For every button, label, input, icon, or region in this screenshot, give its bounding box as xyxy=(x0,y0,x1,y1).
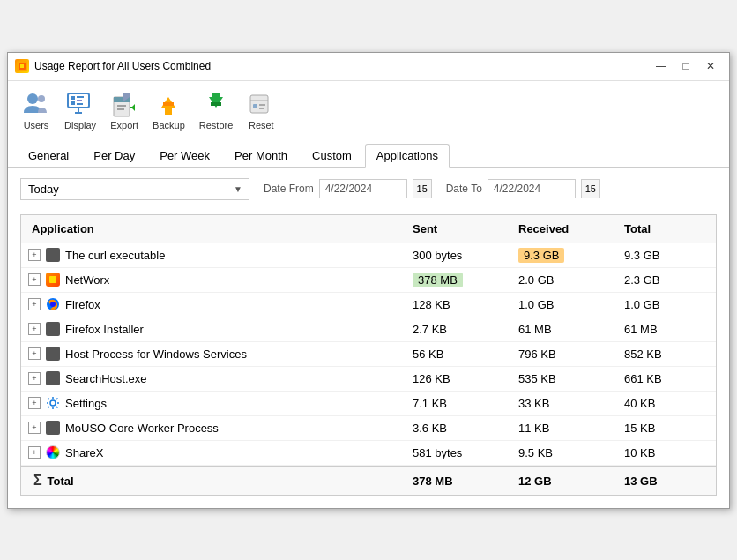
filterbar: Today ▼ Date From 15 Date To 15 xyxy=(8,168,729,211)
app-icon-4 xyxy=(46,347,60,361)
window-title: Usage Report for All Users Combined xyxy=(34,60,650,72)
table-row[interactable]: + Firefox Installer 2.7 KB 61 MB 61 MB xyxy=(21,317,716,342)
applications-table: Application Sent Received Total + The cu… xyxy=(20,214,717,496)
app-name: Settings xyxy=(65,397,107,410)
svg-rect-21 xyxy=(163,102,174,106)
tab-per-week[interactable]: Per Week xyxy=(148,144,221,168)
table-row[interactable]: + MoUSO Core Worker Process 3.6 KB 11 KB… xyxy=(21,416,716,441)
svg-rect-8 xyxy=(77,100,82,101)
date-from-input[interactable] xyxy=(319,179,407,198)
date-from-label: Date From xyxy=(264,183,314,195)
received-value: 9.5 KB xyxy=(515,444,621,461)
received-value: 1.0 GB xyxy=(515,296,621,313)
expand-button[interactable]: + xyxy=(28,323,41,335)
close-button[interactable]: ✕ xyxy=(699,57,722,75)
total-value: 61 MB xyxy=(621,321,709,338)
toolbar-reset[interactable]: Reset xyxy=(242,86,280,134)
toolbar-display[interactable]: Display xyxy=(59,86,101,134)
total-sent: 378 MB xyxy=(409,473,515,489)
toolbar-backup[interactable]: Backup xyxy=(147,86,190,134)
table-row[interactable]: + Host Process for Windows Services 56 K… xyxy=(21,342,716,367)
date-from-calendar-button[interactable]: 15 xyxy=(413,179,432,198)
table-row[interactable]: + Settings 7.1 KB 33 KB 40 KB xyxy=(21,392,716,416)
received-value: 11 KB xyxy=(515,420,621,437)
received-value: 535 KB xyxy=(515,370,621,387)
total-value: 2.3 GB xyxy=(621,272,709,288)
expand-button[interactable]: + xyxy=(28,372,41,385)
toolbar-restore[interactable]: Restore xyxy=(194,86,239,134)
export-label: Export xyxy=(110,120,138,131)
date-range-dropdown-container: Today ▼ xyxy=(20,178,249,200)
app-name: Firefox Installer xyxy=(65,323,144,336)
total-value: 15 KB xyxy=(621,420,709,437)
backup-label: Backup xyxy=(153,120,185,131)
app-icon-2 xyxy=(46,297,60,311)
table-row[interactable]: + NetWorx 378 MB 2.0 GB 2.3 GB xyxy=(21,268,716,293)
maximize-button[interactable]: □ xyxy=(674,57,697,75)
minimize-button[interactable]: — xyxy=(650,57,673,75)
expand-button[interactable]: + xyxy=(28,446,41,459)
svg-rect-6 xyxy=(71,96,75,100)
window-controls: — □ ✕ xyxy=(650,57,722,75)
restore-label: Restore xyxy=(199,120,234,131)
table-row[interactable]: + SearchHost.exe 126 KB 535 KB 661 KB xyxy=(21,367,716,392)
date-to-label: Date To xyxy=(446,183,482,195)
app-icon-7 xyxy=(46,421,60,435)
tab-per-month[interactable]: Per Month xyxy=(223,144,299,168)
expand-button[interactable]: + xyxy=(28,347,41,360)
received-value: 61 MB xyxy=(515,321,621,338)
sigma-icon: Σ xyxy=(34,473,42,489)
total-value: 852 KB xyxy=(621,346,709,362)
date-to-input[interactable] xyxy=(488,179,576,198)
export-icon xyxy=(110,90,138,118)
app-icon-3 xyxy=(46,322,60,336)
table-row[interactable]: + ShareX 581 bytes 9.5 KB 10 KB xyxy=(21,441,716,466)
total-value: 1.0 GB xyxy=(621,296,709,313)
reset-icon xyxy=(247,90,275,118)
svg-rect-29 xyxy=(49,276,56,283)
sent-value: 126 KB xyxy=(409,370,515,387)
expand-button[interactable]: + xyxy=(28,298,41,310)
expand-button[interactable]: + xyxy=(28,422,41,434)
app-name: MoUSO Core Worker Process xyxy=(65,422,219,435)
app-name: NetWorx xyxy=(65,273,109,287)
expand-button[interactable]: + xyxy=(28,249,41,261)
app-name: ShareX xyxy=(65,446,103,459)
sent-value: 2.7 KB xyxy=(409,321,515,338)
tab-general[interactable]: General xyxy=(17,144,80,168)
tab-per-day[interactable]: Per Day xyxy=(82,144,146,168)
app-name: Host Process for Windows Services xyxy=(65,347,247,361)
expand-button[interactable]: + xyxy=(28,273,41,286)
tabbar: General Per Day Per Week Per Month Custo… xyxy=(8,138,729,168)
sent-value: 128 KB xyxy=(409,296,515,313)
total-app-cell: Σ Total xyxy=(28,473,409,489)
tab-applications[interactable]: Applications xyxy=(365,144,450,168)
app-name: SearchHost.exe xyxy=(65,372,147,385)
svg-rect-22 xyxy=(212,93,220,101)
total-received: 12 GB xyxy=(515,473,621,489)
app-name-cell: + Host Process for Windows Services xyxy=(28,347,409,361)
table-row[interactable]: + The curl executable 300 bytes 9.3 GB 9… xyxy=(21,243,716,268)
display-label: Display xyxy=(64,120,96,131)
total-value: 10 KB xyxy=(621,444,709,461)
svg-point-32 xyxy=(50,400,56,406)
svg-point-3 xyxy=(27,93,38,104)
svg-rect-27 xyxy=(259,104,265,106)
toolbar-export[interactable]: Export xyxy=(105,86,144,134)
sent-value: 3.6 KB xyxy=(409,420,515,437)
app-name-cell: + MoUSO Core Worker Process xyxy=(28,421,409,435)
display-icon xyxy=(66,90,94,118)
table-body: + The curl executable 300 bytes 9.3 GB 9… xyxy=(21,243,716,466)
tab-custom[interactable]: Custom xyxy=(301,144,363,168)
date-to-calendar-button[interactable]: 15 xyxy=(581,179,600,198)
received-value: 2.0 GB xyxy=(515,272,621,288)
received-value: 796 KB xyxy=(515,346,621,362)
table-header: Application Sent Received Total xyxy=(21,215,716,243)
table-row[interactable]: + Firefox 128 KB 1.0 GB 1.0 GB xyxy=(21,293,716,317)
expand-button[interactable]: + xyxy=(28,397,41,409)
app-name-cell: + The curl executable xyxy=(28,248,409,262)
svg-point-31 xyxy=(50,302,56,307)
date-range-dropdown[interactable]: Today xyxy=(20,178,249,200)
toolbar-users[interactable]: Users xyxy=(17,86,56,134)
app-icon-0 xyxy=(46,248,60,262)
